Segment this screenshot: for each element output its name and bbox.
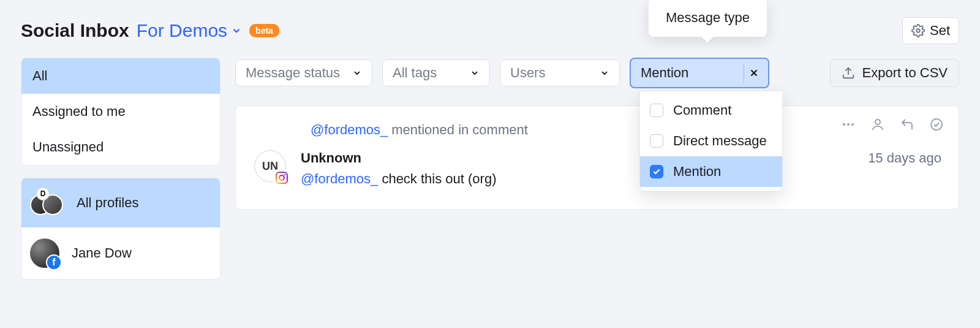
profile-label: Jane Dow <box>72 245 132 261</box>
settings-button[interactable]: Set <box>902 17 959 44</box>
settings-label: Set <box>930 23 950 39</box>
message-card[interactable]: @fordemos_ mentioned in comment UN <box>235 105 959 210</box>
facebook-badge-icon: f <box>46 254 62 270</box>
upload-icon <box>842 66 855 80</box>
sidebar-view-unassigned[interactable]: Unassigned <box>21 129 220 165</box>
assign-user-icon[interactable] <box>870 117 885 132</box>
option-label: Mention <box>673 164 721 180</box>
svg-point-6 <box>284 174 286 176</box>
profile-label: All profiles <box>77 195 138 211</box>
message-text: @fordemos_ check this out (org) <box>301 171 940 187</box>
checkbox-icon <box>650 134 663 148</box>
message-timestamp: 15 days ago <box>868 150 941 166</box>
profile-all[interactable]: D All profiles <box>21 178 220 227</box>
svg-point-5 <box>279 175 284 180</box>
svg-point-10 <box>875 120 880 124</box>
page-title: Social Inbox <box>21 20 129 41</box>
sender-avatar: UN <box>254 150 286 182</box>
chevron-down-icon <box>352 68 362 78</box>
option-label: Direct message <box>673 133 767 149</box>
instagram-badge-icon <box>273 169 290 186</box>
svg-point-7 <box>843 123 845 126</box>
svg-point-0 <box>916 29 920 32</box>
filter-users[interactable]: Users <box>500 59 620 86</box>
export-label: Export to CSV <box>862 65 948 81</box>
profiles-card: D All profiles f Jane Dow <box>21 178 221 280</box>
sidebar-view-all[interactable]: All <box>21 58 220 94</box>
chevron-down-icon <box>600 68 609 78</box>
filter-label: Mention <box>641 65 739 81</box>
beta-badge: beta <box>249 24 279 37</box>
project-name: For Demos <box>137 20 227 41</box>
chevron-down-icon <box>470 68 480 78</box>
gear-icon <box>911 24 925 37</box>
filter-tags[interactable]: All tags <box>382 59 490 86</box>
svg-rect-4 <box>276 172 287 183</box>
more-icon[interactable] <box>841 117 856 132</box>
svg-point-9 <box>851 123 854 126</box>
option-mention[interactable]: Mention <box>640 156 782 187</box>
filter-message-status[interactable]: Message status <box>235 59 372 86</box>
option-direct-message[interactable]: Direct message <box>640 126 782 156</box>
filter-message-type[interactable]: Mention <box>630 58 769 88</box>
export-csv-button[interactable]: Export to CSV <box>830 59 959 87</box>
avatar-cluster-icon: D <box>30 189 64 216</box>
handle-link[interactable]: @fordemos_ <box>301 171 378 186</box>
filter-label: Message status <box>246 65 344 81</box>
svg-point-8 <box>847 123 850 126</box>
mark-complete-icon[interactable] <box>929 117 944 132</box>
svg-point-11 <box>931 119 942 130</box>
views-card: All Assigned to me Unassigned <box>21 58 221 166</box>
checkbox-checked-icon <box>650 165 663 178</box>
profile-jane-dow[interactable]: f Jane Dow <box>21 227 220 279</box>
project-switch[interactable]: For Demos <box>137 20 242 41</box>
message-type-dropdown: Comment Direct message Mention <box>639 91 783 191</box>
option-label: Comment <box>673 102 731 118</box>
handle-link[interactable]: @fordemos_ <box>311 122 388 138</box>
avatar-icon: f <box>30 238 59 268</box>
clear-filter-icon[interactable] <box>744 63 763 83</box>
sidebar-view-assigned[interactable]: Assigned to me <box>21 94 220 129</box>
option-comment[interactable]: Comment <box>640 95 782 126</box>
checkbox-icon <box>650 104 663 117</box>
filter-label: Users <box>510 65 591 81</box>
sender-name: Unknown <box>301 150 940 166</box>
message-actions <box>841 117 944 132</box>
reply-icon[interactable] <box>900 117 914 132</box>
chevron-down-icon <box>231 25 242 36</box>
filter-label: All tags <box>393 65 461 81</box>
